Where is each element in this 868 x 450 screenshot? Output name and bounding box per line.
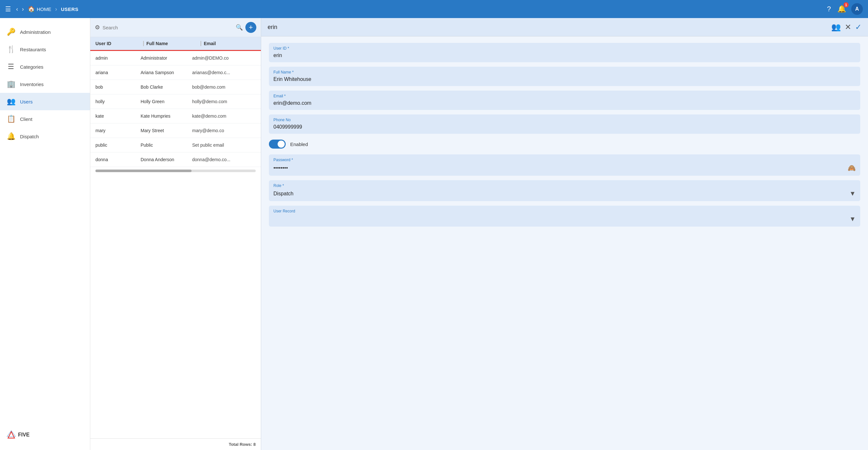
page-title: USERS [61,6,79,12]
notifications-wrapper[interactable]: 🔔 1 [836,4,847,14]
email-label: Email * [273,94,856,98]
sidebar-item-restaurants[interactable]: 🍴 Restaurants [0,41,90,58]
search-input[interactable] [102,25,233,30]
client-icon: 📋 [6,115,16,123]
table-body: admin Administrator admin@DEMO.co ariana… [90,51,261,167]
cell-email: bob@demo.com [192,85,256,90]
cell-email: holly@demo.com [192,99,256,104]
table-row[interactable]: public Public Set public email [90,138,261,153]
notification-badge: 1 [843,2,849,7]
cell-fullname: Ariana Sampson [141,70,192,75]
sidebar-item-dispatch[interactable]: 🔔 Dispatch [0,128,90,145]
breadcrumb-separator: › [55,6,57,12]
add-button[interactable]: + [245,22,256,33]
sidebar-label-inventories: Inventories [20,82,43,87]
col-header-email: Email [204,41,256,46]
cell-fullname: Bob Clarke [141,85,192,90]
content-area: ⚙ 🔍 + User ID Full Name Email admin Admi… [90,18,868,450]
table-row[interactable]: mary Mary Street mary@demo.co [90,124,261,138]
cell-userid: bob [95,85,141,90]
password-wrapper: 🙈 [273,164,856,172]
sidebar-label-users: Users [20,99,33,104]
userid-field: User ID * [269,43,860,62]
table-row[interactable]: ariana Ariana Sampson arianas@demo.c... [90,65,261,80]
hamburger-menu[interactable]: ☰ [5,5,11,13]
cell-userid: donna [95,157,141,162]
phone-input[interactable] [273,124,856,130]
cell-fullname: Administrator [141,56,192,61]
confirm-button[interactable]: ✓ [855,23,862,32]
password-field: Password * 🙈 [269,154,860,176]
top-nav: ☰ ‹ › 🏠 HOME › USERS ? 🔔 1 A [0,0,868,18]
home-label: HOME [37,6,51,12]
sidebar-item-administration[interactable]: 🔑 Administration [0,23,90,41]
role-value: Dispatch [273,191,849,197]
sidebar-label-categories: Categories [20,64,43,70]
cell-email: admin@DEMO.co [192,56,256,61]
cell-fullname: Donna Anderson [141,157,192,162]
table-row[interactable]: kate Kate Humpries kate@demo.com [90,109,261,124]
forward-button[interactable]: › [22,6,24,12]
back-button[interactable]: ‹ [16,6,18,12]
email-input[interactable] [273,100,856,106]
users-group-button[interactable]: 👥 [831,23,841,32]
sidebar-item-client[interactable]: 📋 Client [0,110,90,128]
table-footer: Total Rows: 8 [90,439,261,450]
col-divider-1 [143,41,144,46]
detail-body: User ID * Full Name * Email * Phone No [261,36,868,233]
cell-userid: kate [95,114,141,119]
search-icon[interactable]: 🔍 [236,24,243,31]
user-record-field: User Record ▼ [269,206,860,227]
table-row[interactable]: holly Holly Green holly@demo.com [90,94,261,109]
user-avatar[interactable]: A [851,3,863,15]
five-logo-icon [6,430,16,440]
role-select[interactable]: Dispatch ▼ [273,190,856,197]
scrollbar-thumb[interactable] [95,169,191,172]
table-row[interactable]: admin Administrator admin@DEMO.co [90,51,261,65]
list-panel: ⚙ 🔍 + User ID Full Name Email admin Admi… [90,18,261,450]
home-link[interactable]: 🏠 HOME [28,5,51,12]
col-divider-2 [200,41,201,46]
cell-userid: mary [95,128,141,133]
cell-email: kate@demo.com [192,114,256,119]
sidebar-footer: FIVE [0,425,90,445]
table-row[interactable]: bob Bob Clarke bob@demo.com [90,80,261,94]
role-chevron-icon: ▼ [849,190,856,197]
dispatch-icon: 🔔 [6,132,16,140]
cell-fullname: Kate Humpries [141,114,192,119]
sidebar: 🔑 Administration 🍴 Restaurants ☰ Categor… [0,18,90,450]
toggle-knob [278,140,285,148]
fullname-label: Full Name * [273,70,856,74]
sidebar-item-categories[interactable]: ☰ Categories [0,58,90,75]
table-row[interactable]: donna Donna Anderson donna@demo.co... [90,153,261,167]
sidebar-item-inventories[interactable]: 🏢 Inventories [0,75,90,93]
table-header: User ID Full Name Email [90,37,261,51]
detail-actions: 👥 ✕ ✓ [831,23,862,32]
search-bar: ⚙ 🔍 + [90,18,261,37]
filter-icon[interactable]: ⚙ [95,24,100,31]
key-icon: 🔑 [6,28,16,36]
cell-email: arianas@demo.c... [192,70,256,75]
sidebar-label-client: Client [20,116,32,122]
five-logo-text: FIVE [18,432,30,438]
scrollbar-track[interactable] [95,169,256,172]
phone-label: Phone No [273,118,856,122]
home-icon: 🏠 [28,5,35,12]
password-label: Password * [273,158,856,162]
fullname-input[interactable] [273,76,856,82]
cell-userid: public [95,142,141,148]
sidebar-item-users[interactable]: 👥 Users [0,93,90,110]
password-input[interactable] [273,165,848,171]
help-button[interactable]: ? [826,4,832,14]
enabled-row: Enabled [269,138,860,150]
user-record-select[interactable]: ▼ [273,215,856,223]
userid-input[interactable] [273,53,856,58]
fork-icon: 🍴 [6,45,16,54]
enabled-toggle[interactable] [269,139,286,149]
eye-icon[interactable]: 🙈 [848,164,856,172]
fullname-field: Full Name * [269,67,860,86]
detail-panel: erin 👥 ✕ ✓ User ID * Full Name * [261,18,868,450]
close-button[interactable]: ✕ [845,23,851,32]
email-field: Email * [269,91,860,110]
users-icon: 👥 [6,97,16,106]
